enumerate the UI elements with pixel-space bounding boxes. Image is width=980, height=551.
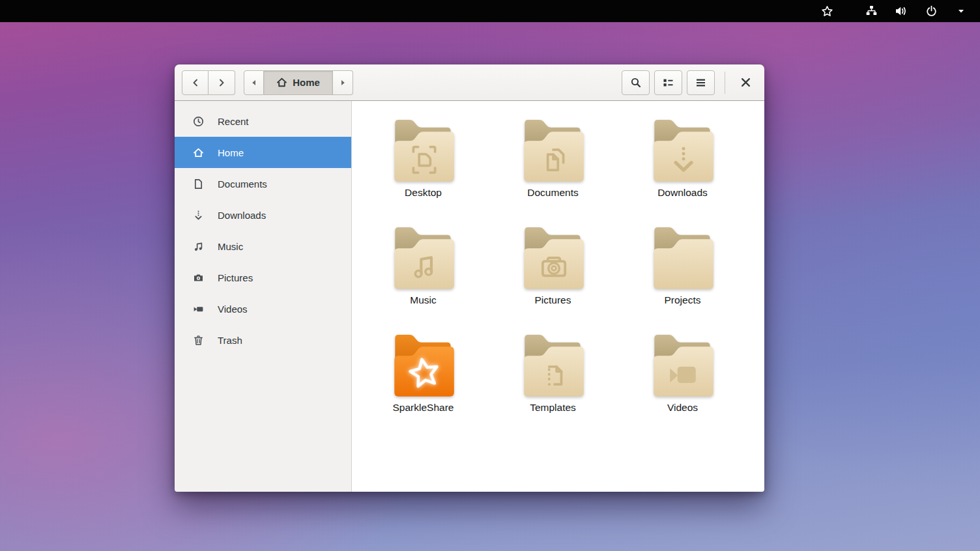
sidebar-item-label: Pictures: [218, 272, 253, 283]
home-icon: [276, 77, 287, 88]
top-bar: [0, 0, 980, 22]
folder-icon-download-arrow-emblem: [648, 118, 717, 186]
file-item-templates[interactable]: Templates: [488, 333, 618, 440]
file-label: Desktop: [405, 187, 442, 199]
chevron-down-icon[interactable]: [951, 1, 971, 21]
close-button[interactable]: [734, 71, 757, 94]
folder-icon-video-camera-emblem: [648, 333, 717, 401]
sidebar-item-label: Videos: [218, 304, 248, 315]
video-camera-icon: [193, 304, 204, 315]
back-button[interactable]: [182, 70, 209, 95]
file-item-videos[interactable]: Videos: [618, 333, 747, 440]
sidebar-item-label: Documents: [218, 178, 267, 190]
folder-icon-plain: [648, 225, 717, 293]
home-icon: [193, 147, 204, 158]
sidebar-item-label: Downloads: [218, 210, 266, 221]
path-next-button[interactable]: [333, 70, 353, 95]
trash-can-icon: [193, 335, 204, 346]
file-item-pictures[interactable]: Pictures: [488, 225, 618, 333]
volume-icon[interactable]: [891, 1, 911, 21]
file-grid: Desktop Documents: [352, 101, 764, 492]
sidebar-item-home[interactable]: Home: [175, 137, 351, 168]
sidebar-item-music[interactable]: Music: [175, 231, 351, 262]
sidebar-item-label: Recent: [218, 116, 249, 127]
file-item-music[interactable]: Music: [358, 225, 488, 333]
power-icon[interactable]: [921, 1, 941, 21]
sidebar-item-label: Home: [218, 147, 244, 158]
download-arrow-icon: [193, 210, 204, 221]
folder-icon-document-pages-emblem: [519, 118, 588, 186]
file-label: Templates: [530, 402, 576, 414]
forward-button[interactable]: [209, 70, 235, 95]
music-notes-icon: [193, 241, 204, 252]
path-previous-button[interactable]: [244, 70, 264, 95]
file-label: Downloads: [657, 187, 708, 199]
history-nav-group: [182, 70, 235, 95]
recent-clock-icon: [193, 116, 204, 127]
path-segment-label: Home: [293, 77, 320, 88]
sidebar-item-label: Music: [218, 241, 243, 252]
list-view-button[interactable]: [654, 70, 682, 95]
file-label: Videos: [667, 402, 698, 414]
file-manager-window: Home Recent: [175, 64, 764, 492]
camera-icon: [193, 272, 204, 283]
folder-icon-desktop-emblem: [389, 118, 458, 186]
sidebar-item-downloads[interactable]: Downloads: [175, 199, 351, 231]
sidebar-item-recent[interactable]: Recent: [175, 106, 351, 137]
file-item-downloads[interactable]: Downloads: [618, 118, 747, 225]
sidebar-item-videos[interactable]: Videos: [175, 293, 351, 324]
favorites-star-icon[interactable]: [817, 1, 837, 21]
folder-icon-music-notes-emblem: [389, 225, 458, 293]
path-segment-home[interactable]: Home: [264, 70, 333, 95]
path-bar: Home: [244, 70, 353, 95]
titlebar-separator: [725, 72, 725, 94]
file-label: Music: [410, 294, 436, 306]
file-item-projects[interactable]: Projects: [618, 225, 747, 333]
document-icon: [193, 178, 204, 190]
menu-button[interactable]: [687, 70, 715, 95]
window-body: Recent Home Documents Downloads: [175, 101, 764, 492]
sidebar-item-label: Trash: [218, 335, 242, 346]
folder-icon-template-document-emblem: [519, 333, 588, 401]
sidebar-item-documents[interactable]: Documents: [175, 168, 351, 199]
file-item-documents[interactable]: Documents: [488, 118, 618, 225]
file-item-sparkleshare[interactable]: SparkleShare: [358, 333, 488, 440]
folder-icon-camera-emblem: [519, 225, 588, 293]
file-item-desktop[interactable]: Desktop: [358, 118, 488, 225]
sidebar-item-trash[interactable]: Trash: [175, 324, 351, 356]
file-label: Documents: [527, 187, 578, 199]
file-label: SparkleShare: [393, 402, 454, 414]
titlebar: Home: [175, 64, 764, 101]
search-button[interactable]: [622, 70, 650, 95]
places-sidebar: Recent Home Documents Downloads: [175, 101, 352, 492]
file-label: Pictures: [535, 294, 571, 306]
sidebar-item-pictures[interactable]: Pictures: [175, 262, 351, 293]
file-label: Projects: [665, 294, 701, 306]
folder-icon-glowing-star-emblem: [389, 333, 458, 401]
network-workgroup-icon[interactable]: [861, 1, 881, 21]
